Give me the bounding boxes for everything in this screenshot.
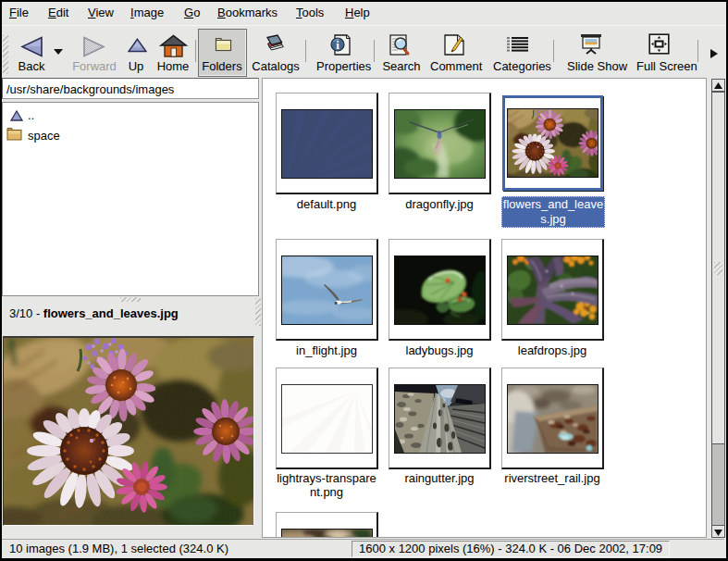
- svg-text:i: i: [336, 38, 339, 52]
